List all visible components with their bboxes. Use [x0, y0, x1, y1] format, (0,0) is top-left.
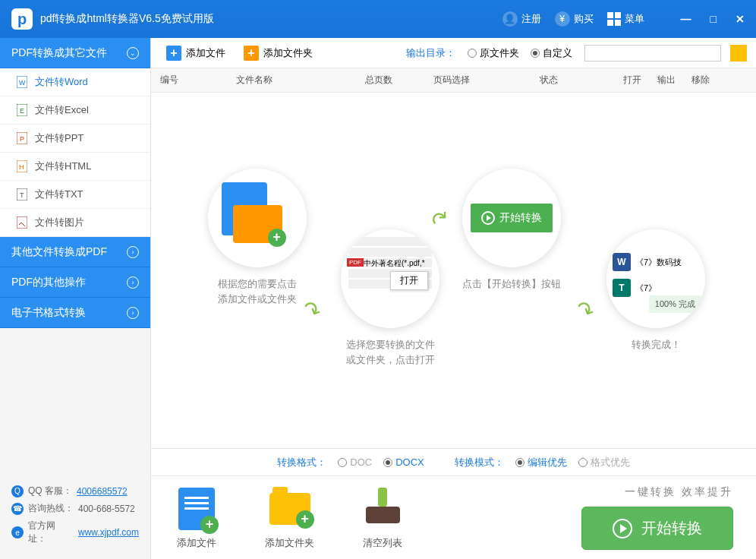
radio-docx[interactable]: DOCX — [383, 456, 424, 468]
radio-icon — [383, 458, 392, 467]
svg-text:W: W — [19, 79, 26, 87]
bottom-action-bar: + 添加文件 + 添加文件夹 清空列表 一键转换 效率提升 — [151, 475, 756, 559]
col-filename: 文件名称 — [236, 74, 365, 87]
html-icon: H — [17, 160, 27, 172]
radio-icon — [531, 49, 540, 58]
sidebar-item-excel[interactable]: E 文件转Excel — [0, 96, 150, 125]
radio-icon — [515, 458, 524, 467]
bottom-clear-list-button[interactable]: 清空列表 — [360, 486, 405, 550]
sidebar-footer: Q QQ 客服： 4006685572 ☎ 咨询热线： 400-668-5572… — [0, 475, 150, 559]
plus-icon: + — [244, 46, 259, 61]
svg-text:E: E — [20, 107, 24, 115]
radio-format-priority[interactable]: 格式优先 — [578, 456, 630, 469]
radio-doc[interactable]: DOC — [338, 456, 372, 468]
svg-text:P: P — [20, 135, 24, 143]
radio-custom-folder[interactable]: 自定义 — [531, 46, 572, 60]
titlebar: p pdf转换成html转换器V6.5免费试用版 👤 注册 ¥ 购买 菜单 — … — [0, 0, 756, 38]
col-page-range: 页码选择 — [433, 74, 540, 87]
maximize-button[interactable]: □ — [710, 13, 717, 25]
txt-icon: T — [17, 188, 27, 201]
chevron-right-icon: › — [127, 307, 139, 319]
qq-icon: Q — [11, 485, 24, 497]
bottom-add-file-button[interactable]: + 添加文件 — [174, 486, 219, 550]
sidebar-item-word[interactable]: W 文件转Word — [0, 68, 150, 96]
output-dir-label: 输出目录： — [406, 46, 455, 60]
guide-step-4: W《7》数码技 T《7》 100% 完成 转换完成！ — [584, 229, 728, 352]
chevron-right-icon: › — [127, 276, 139, 289]
svg-rect-10 — [17, 216, 27, 229]
svg-text:H: H — [19, 163, 24, 171]
add-folder-button[interactable]: + 添加文件夹 — [238, 43, 319, 64]
section-ebook[interactable]: 电子书格式转换 › — [0, 298, 150, 328]
grid-icon — [607, 12, 621, 26]
section-other-to-pdf[interactable]: 其他文件转换成PDF › — [0, 237, 150, 267]
section-pdf-other-ops[interactable]: PDF的其他操作 › — [0, 267, 150, 298]
output-path-input[interactable] — [584, 45, 721, 62]
register-button[interactable]: 👤 注册 — [502, 11, 541, 27]
user-icon: 👤 — [502, 11, 518, 27]
app-title: pdf转换成html转换器V6.5免费试用版 — [40, 12, 502, 26]
col-status: 状态 — [540, 74, 623, 87]
sidebar-item-ppt[interactable]: P 文件转PPT — [0, 125, 150, 153]
chevron-down-icon: ⌄ — [127, 47, 139, 59]
col-total-pages: 总页数 — [365, 74, 433, 87]
app-logo-icon: p — [11, 8, 33, 30]
bottom-add-folder-button[interactable]: + 添加文件夹 — [265, 486, 314, 550]
sidebar: PDF转换成其它文件 ⌄ W 文件转Word E 文件转Excel P 文件转P… — [0, 38, 150, 559]
col-number: 编号 — [160, 74, 236, 87]
format-label: 转换格式： — [277, 456, 326, 469]
yen-icon: ¥ — [555, 11, 570, 27]
table-header: 编号 文件名称 总页数 页码选择 状态 打开 输出 移除 — [151, 68, 756, 93]
sidebar-item-image[interactable]: 文件转图片 — [0, 209, 150, 237]
radio-icon — [468, 49, 477, 58]
col-output: 输出 — [657, 74, 691, 87]
website-link[interactable]: www.xjpdf.com — [78, 527, 139, 538]
svg-text:T: T — [20, 191, 24, 199]
radio-original-folder[interactable]: 原文件夹 — [468, 46, 519, 60]
chevron-right-icon: › — [127, 246, 139, 258]
radio-icon — [578, 458, 587, 467]
guide-step-2: PDF 中外著名程(*.pdf,* 打开 选择您要转换的文件 或文件夹，点击打开 — [322, 229, 458, 367]
mode-label: 转换模式： — [455, 456, 504, 469]
guide-step-3: 开始转换 点击【开始转换】按钮 — [443, 169, 580, 292]
col-open: 打开 — [623, 74, 657, 87]
image-icon — [17, 216, 27, 229]
empty-state-guide: + 根据您的需要点击 添加文件或文件夹 ↷ PDF 中外著名程(*.pdf,* … — [151, 93, 756, 448]
play-icon — [613, 519, 632, 538]
radio-icon — [338, 458, 347, 467]
radio-edit-priority[interactable]: 编辑优先 — [515, 456, 567, 469]
start-convert-button[interactable]: 开始转换 — [581, 507, 733, 550]
col-remove: 移除 — [691, 74, 726, 87]
buy-button[interactable]: ¥ 购买 — [555, 11, 594, 27]
sidebar-item-html[interactable]: H 文件转HTML — [0, 153, 150, 181]
toolbar: + 添加文件 + 添加文件夹 输出目录： 原文件夹 自定义 — [151, 38, 756, 68]
section-pdf-to-other[interactable]: PDF转换成其它文件 ⌄ — [0, 38, 150, 68]
qq-link[interactable]: 4006685572 — [77, 486, 128, 497]
guide-step-1: + 根据您的需要点击 添加文件或文件夹 — [189, 169, 326, 306]
menu-button[interactable]: 菜单 — [607, 12, 644, 26]
close-button[interactable]: ✕ — [736, 13, 745, 25]
slogan-text: 一键转换 效率提升 — [625, 485, 733, 499]
excel-icon: E — [17, 104, 27, 116]
word-icon: W — [17, 76, 27, 88]
add-file-button[interactable]: + 添加文件 — [160, 43, 232, 64]
sidebar-item-txt[interactable]: T 文件转TXT — [0, 181, 150, 209]
main-panel: + 添加文件 + 添加文件夹 输出目录： 原文件夹 自定义 — [150, 38, 756, 559]
ppt-icon: P — [17, 132, 27, 144]
plus-icon: + — [166, 46, 181, 61]
browse-folder-button[interactable] — [730, 45, 747, 62]
phone-icon: ☎ — [11, 503, 24, 515]
minimize-button[interactable]: — — [681, 13, 691, 25]
ie-icon: e — [11, 526, 24, 538]
format-options-bar: 转换格式： DOC DOCX 转换模式： 编辑优先 格式优先 — [151, 448, 756, 475]
